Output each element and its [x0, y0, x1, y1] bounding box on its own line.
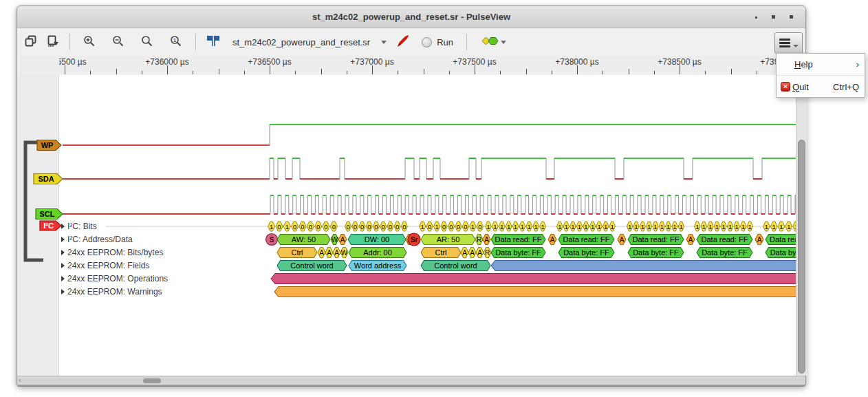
- file-selector-dropdown[interactable]: st_m24c02_powerup_and_reset.sr: [232, 37, 387, 47]
- svg-text:Data byte: FF: Data byte: FF: [633, 248, 679, 257]
- svg-text:0: 0: [464, 223, 467, 230]
- svg-text:Data byte: FF: Data byte: FF: [702, 248, 748, 257]
- decoder-row-label[interactable]: I²C: Address/Data: [67, 235, 133, 244]
- annotation-bar: [491, 261, 796, 271]
- svg-text:0: 0: [277, 223, 281, 230]
- svg-text:Data read: FF: Data read: FF: [770, 235, 796, 244]
- svg-text:Data byte: FF: Data byte: FF: [563, 248, 609, 257]
- menu-item-help[interactable]: Help ›: [777, 56, 865, 72]
- hamburger-icon: [779, 36, 790, 49]
- menu-shortcut: Ctrl+Q: [833, 82, 859, 92]
- svg-text:1: 1: [528, 223, 531, 230]
- decoder-row-label[interactable]: 24xx EEPROM: Operations: [67, 274, 168, 283]
- svg-text:SDA: SDA: [38, 175, 54, 183]
- svg-text:0: 0: [374, 223, 378, 230]
- row-expander-icon[interactable]: [61, 224, 65, 229]
- svg-text:1: 1: [735, 223, 738, 230]
- titlebar[interactable]: st_m24c02_powerup_and_reset.sr - PulseVi…: [17, 6, 805, 28]
- zoom-in-button[interactable]: [81, 33, 98, 52]
- row-expander-icon[interactable]: [61, 237, 65, 242]
- chevron-down-icon: [501, 41, 506, 44]
- decoder-row-label[interactable]: 24xx EEPROM: Warnings: [67, 287, 162, 297]
- vertical-scrollbar-thumb[interactable]: [798, 140, 805, 374]
- svg-text:W: W: [332, 236, 338, 244]
- svg-text:1: 1: [521, 223, 524, 230]
- horizontal-scrollbar-thumb[interactable]: [143, 378, 161, 383]
- svg-text:Data read: FF: Data read: FF: [633, 235, 680, 244]
- time-ruler[interactable]: +735500 µs+736000 µs+736500 µs+737000 µs…: [59, 56, 796, 75]
- decoder-row-label[interactable]: 24xx EEPROM: Fields: [67, 261, 149, 270]
- svg-text:0: 0: [442, 223, 446, 230]
- ruler-label: +735500 µs: [59, 57, 87, 67]
- svg-text:1: 1: [471, 223, 475, 230]
- svg-text:1: 1: [779, 223, 783, 230]
- svg-text:1: 1: [660, 223, 664, 230]
- row-expander-icon[interactable]: [61, 250, 65, 255]
- svg-text:1: 1: [500, 223, 503, 230]
- svg-text:1: 1: [728, 223, 732, 230]
- pulseview-window: st_m24c02_powerup_and_reset.sr - PulseVi…: [17, 6, 806, 386]
- svg-text:SCL: SCL: [40, 210, 55, 218]
- vertical-scrollbar[interactable]: [796, 75, 807, 376]
- svg-text:1: 1: [680, 223, 683, 230]
- zoom-one-to-one-button[interactable]: 1: [168, 33, 184, 52]
- row-expander-icon[interactable]: [61, 276, 65, 281]
- show-cursors-button[interactable]: [204, 33, 223, 51]
- svg-text:1: 1: [514, 223, 517, 230]
- svg-text:1: 1: [702, 223, 706, 230]
- svg-text:1: 1: [715, 223, 719, 230]
- annotation-bar: [271, 274, 796, 284]
- svg-text:1: 1: [653, 223, 657, 230]
- minimize-button[interactable]: [755, 17, 757, 19]
- svg-text:1: 1: [486, 223, 490, 230]
- svg-text:1: 1: [695, 223, 699, 230]
- open-button[interactable]: [23, 33, 39, 51]
- svg-text:1: 1: [578, 223, 581, 230]
- annotation-bar: [274, 287, 796, 297]
- save-button[interactable]: [45, 33, 62, 51]
- menu-item-quit[interactable]: ✕ Quit Ctrl+Q: [777, 78, 865, 95]
- svg-text:1: 1: [708, 223, 712, 230]
- cursors-icon: [206, 35, 221, 49]
- zoom-one-to-one-icon: 1: [170, 35, 182, 50]
- row-expander-icon[interactable]: [61, 263, 65, 268]
- zoom-fit-icon: [141, 35, 153, 50]
- svg-text:1: 1: [673, 223, 676, 230]
- svg-text:0: 0: [428, 223, 431, 230]
- trace-view: WPSDASCLI²CI²C: Bits10100000000000000010…: [17, 75, 805, 376]
- svg-text:Control word: Control word: [434, 261, 477, 270]
- svg-text:0: 0: [316, 223, 320, 230]
- svg-text:1: 1: [647, 223, 651, 230]
- horizontal-scrollbar[interactable]: ‹: [17, 376, 805, 385]
- configure-device-button[interactable]: [395, 33, 411, 52]
- svg-text:1: 1: [507, 223, 510, 230]
- svg-text:0: 0: [402, 223, 406, 230]
- maximize-button[interactable]: [772, 15, 775, 19]
- svg-text:0: 0: [382, 223, 385, 230]
- decoder-row-label[interactable]: I²C: Bits: [67, 222, 97, 231]
- svg-text:DW: 00: DW: 00: [365, 235, 389, 244]
- add-decoder-button[interactable]: [478, 34, 508, 50]
- zoom-out-button[interactable]: [110, 33, 127, 52]
- svg-text:1: 1: [493, 223, 497, 230]
- svg-text:R: R: [477, 236, 481, 244]
- toolbar: 1 st_m24c02_powerup_and_reset.sr Run: [17, 28, 805, 56]
- run-button[interactable]: Run: [420, 35, 455, 50]
- menu-separator: [777, 75, 864, 76]
- close-button[interactable]: [790, 15, 793, 19]
- svg-text:0: 0: [293, 223, 296, 230]
- svg-text:Sr: Sr: [411, 236, 418, 244]
- svg-text:1: 1: [565, 223, 568, 230]
- svg-text:1: 1: [748, 223, 752, 230]
- svg-text:A: A: [757, 236, 762, 244]
- decoder-row-label[interactable]: 24xx EEPROM: Bits/bytes: [67, 248, 163, 257]
- window-title: st_m24c02_powerup_and_reset.sr - PulseVi…: [17, 12, 805, 22]
- main-menu-button[interactable]: [774, 32, 803, 54]
- channel-group-bracket[interactable]: [25, 142, 43, 260]
- zoom-fit-button[interactable]: [139, 33, 155, 52]
- file-selector-value: st_m24c02_powerup_and_reset.sr: [232, 37, 370, 47]
- svg-text:WP: WP: [41, 141, 54, 149]
- row-expander-icon[interactable]: [61, 289, 65, 294]
- svg-text:1: 1: [584, 223, 587, 230]
- main-menu-popup: Help › ✕ Quit Ctrl+Q: [776, 53, 865, 98]
